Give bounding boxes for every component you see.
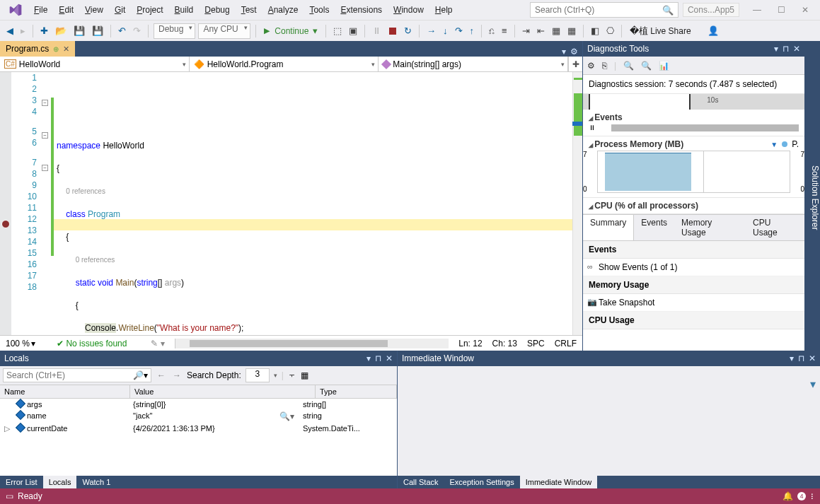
breakpoint-icon[interactable]	[1, 220, 10, 228]
line-ending[interactable]: CRLF	[555, 339, 577, 348]
panel-pin-icon[interactable]: ⊓	[375, 353, 381, 363]
stop-button[interactable]	[386, 26, 399, 36]
outdent-icon[interactable]: ⇤	[535, 25, 547, 36]
diag-timeline[interactable]: 10s	[583, 94, 804, 110]
search-prev-icon[interactable]: ←	[156, 370, 167, 380]
menu-build[interactable]: Build	[169, 2, 200, 18]
tool-icon-5[interactable]: ⎔	[604, 25, 616, 36]
btab-locals[interactable]: Locals	[43, 476, 77, 488]
close-button[interactable]: ✕	[793, 2, 817, 18]
undo-icon[interactable]: ↶	[116, 25, 128, 36]
nav-method[interactable]: Main(string[] args)	[379, 57, 568, 71]
tab-gear-icon[interactable]: ⚙	[570, 47, 578, 57]
feedback-icon[interactable]: ⫶	[810, 491, 814, 501]
code-body[interactable]: namespace HelloWorld { 0 references clas…	[54, 72, 572, 335]
panel-dropdown-icon[interactable]: ▾	[790, 353, 794, 363]
bookmark-icon[interactable]: ◧	[589, 25, 601, 36]
btab-exception-settings[interactable]: Exception Settings	[444, 476, 520, 488]
platform-combo[interactable]: Any CPU	[198, 23, 250, 39]
nav-class[interactable]: 🔶HelloWorld.Program	[190, 57, 379, 71]
quick-search-input[interactable]	[535, 5, 662, 15]
btab-watch-1[interactable]: Watch 1	[76, 476, 116, 488]
nav-project[interactable]: C#HelloWorld	[0, 57, 190, 71]
locals-row[interactable]: ▷currentDate{4/26/2021 1:36:13 PM}System…	[0, 423, 397, 435]
btab-error-list[interactable]: Error List	[0, 476, 43, 488]
menu-window[interactable]: Window	[388, 2, 429, 18]
menu-tools[interactable]: Tools	[304, 2, 335, 18]
step-out-icon[interactable]: ↑	[468, 25, 477, 36]
minimize-button[interactable]: —	[745, 2, 769, 18]
tool-icon-4[interactable]: ≡	[499, 25, 509, 36]
locals-tool-icon-1[interactable]: ⫟	[288, 370, 296, 380]
menu-file[interactable]: File	[28, 2, 53, 18]
take-snapshot-link[interactable]: 📷Take Snapshot	[583, 294, 804, 312]
panel-dropdown-icon[interactable]: ▾	[366, 353, 371, 363]
indent-mode[interactable]: SPC	[527, 339, 545, 348]
issues-status[interactable]: ✔ No issues found	[57, 339, 127, 348]
diag-export-icon[interactable]: ⎘	[602, 61, 607, 71]
overview-ruler[interactable]	[572, 72, 582, 335]
locals-row[interactable]: args{string[0]}string[]	[0, 399, 397, 410]
diag-gear-icon[interactable]: ⚙	[587, 61, 595, 71]
quick-search[interactable]: 🔍	[530, 2, 678, 18]
fold-gutter[interactable]: − − −	[41, 72, 51, 335]
cpu-section[interactable]: CPU (% of all processors)	[589, 201, 799, 211]
solution-explorer-rail[interactable]: Solution Explorer	[804, 41, 820, 351]
document-tab[interactable]: Program.cs ⊕ ✕	[0, 41, 75, 57]
menu-project[interactable]: Project	[131, 2, 168, 18]
live-share-button[interactable]: �植 Live Share	[627, 23, 694, 39]
pause-icon[interactable]: ⏸	[370, 25, 383, 36]
menu-debug[interactable]: Debug	[199, 2, 235, 18]
comment-icon[interactable]: ▦	[550, 25, 562, 36]
tool-icon-2[interactable]: ▣	[347, 25, 359, 36]
menu-analyze[interactable]: Analyze	[262, 2, 304, 18]
panel-close-icon[interactable]: ✕	[793, 44, 800, 54]
pin-icon[interactable]: ⊕	[53, 45, 59, 53]
breakpoint-gutter[interactable]	[0, 72, 11, 335]
locals-grid[interactable]: args{string[0]}string[]name"jack" 🔍▾stri…	[0, 399, 397, 476]
uncomment-icon[interactable]: ▦	[565, 25, 578, 36]
diag-tab-summary[interactable]: Summary	[583, 215, 634, 240]
locals-tool-icon-2[interactable]: ▦	[301, 370, 308, 380]
search-depth-input[interactable]: 3	[246, 368, 270, 382]
zoom-in-icon[interactable]: 🔍	[623, 61, 634, 71]
diag-chart-icon[interactable]: 📊	[659, 61, 669, 71]
btab-call-stack[interactable]: Call Stack	[398, 476, 444, 488]
tab-close-icon[interactable]: ✕	[63, 45, 69, 54]
immediate-body[interactable]: ▾	[398, 366, 820, 476]
step-over-icon[interactable]: ↷	[453, 25, 465, 36]
memory-section[interactable]: Process Memory (MB)	[589, 139, 683, 149]
redo-icon[interactable]: ↷	[131, 25, 143, 36]
step-next-icon[interactable]: →	[425, 25, 438, 36]
maximize-button[interactable]: ☐	[769, 2, 793, 18]
panel-dropdown-icon[interactable]: ▾	[774, 44, 778, 54]
glyph-icon[interactable]: ✎ ▾	[151, 339, 164, 348]
menu-edit[interactable]: Edit	[53, 2, 79, 18]
save-all-icon[interactable]: 💾	[90, 25, 105, 36]
horizontal-scrollbar[interactable]	[175, 339, 449, 348]
show-events-link[interactable]: ∞Show Events (1 of 1)	[583, 259, 804, 276]
btab-immediate-window[interactable]: Immediate Window	[520, 476, 598, 488]
nav-split-icon[interactable]: ✚	[568, 57, 582, 71]
menu-extensions[interactable]: Extensions	[335, 2, 388, 18]
locals-row[interactable]: name"jack" 🔍▾string	[0, 410, 397, 423]
menu-view[interactable]: View	[79, 2, 109, 18]
diag-tab-memory-usage[interactable]: Memory Usage	[674, 215, 746, 240]
memory-chart[interactable]	[597, 151, 790, 193]
back-icon[interactable]: ◀	[4, 25, 16, 36]
indent-icon[interactable]: ⇥	[520, 25, 532, 36]
menu-help[interactable]: Help	[429, 2, 458, 18]
config-combo[interactable]: Debug	[154, 23, 195, 39]
save-icon[interactable]: 💾	[71, 25, 87, 36]
diag-tab-cpu-usage[interactable]: CPU Usage	[746, 215, 804, 240]
panel-close-icon[interactable]: ✕	[386, 353, 393, 363]
events-section[interactable]: Events	[589, 112, 799, 122]
restart-icon[interactable]: ↻	[402, 25, 414, 36]
notifications-icon[interactable]: 🔔	[783, 491, 793, 501]
panel-pin-icon[interactable]: ⊓	[783, 44, 789, 54]
menu-git[interactable]: Git	[109, 2, 131, 18]
feedback-icon[interactable]: 👤	[705, 25, 721, 36]
panel-close-icon[interactable]: ✕	[809, 353, 816, 363]
code-editor[interactable]: 123456789101112131415161718 − − − namesp…	[0, 72, 582, 335]
forward-icon[interactable]: ▸	[18, 25, 28, 36]
